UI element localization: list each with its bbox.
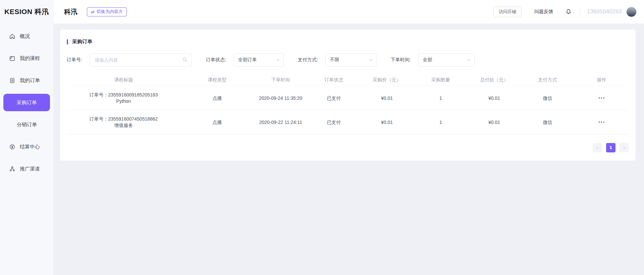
feedback-link[interactable]: 问题反馈 <box>534 9 553 15</box>
table-row: 订单号：2355916007450518862 增值服务 点播 2020-09-… <box>67 110 629 134</box>
sidebar-nav: 概况 我的课程 我的订单 采购订单 分销订单 结算中心 <box>0 23 53 180</box>
cell-purchase-price: ¥0.01 <box>360 119 414 126</box>
row-actions-button[interactable]: ··· <box>598 121 605 124</box>
cell-pay-method: 微信 <box>521 119 574 126</box>
column-header: 总付款（元） <box>468 76 521 83</box>
table-header-row: 课程标题 课程类型 下单时间 订单状态 采购价（元） 采购数量 总付款（元） 支… <box>67 73 629 86</box>
switch-role-button[interactable]: ⇄ 切换为内容方 <box>87 7 127 16</box>
order-list-icon <box>9 77 15 84</box>
pay-method-label: 支付方式: <box>298 57 318 63</box>
title-accent-bar <box>67 39 68 45</box>
pay-method-value: 不限 <box>330 57 339 63</box>
column-header: 订单状态 <box>307 76 360 83</box>
page-title: 科汛 <box>64 7 77 16</box>
swap-icon: ⇄ <box>91 9 95 14</box>
avatar[interactable] <box>626 7 637 17</box>
course-icon <box>9 55 15 62</box>
page-number-button[interactable]: 1 <box>606 143 615 152</box>
order-status-select[interactable]: 全部订单 <box>233 53 284 67</box>
column-header: 采购数量 <box>414 76 468 83</box>
pagination: ‹ 1 › <box>67 143 629 161</box>
cell-course-title: 订单号：2355916009185205183 Python <box>67 92 180 105</box>
sidebar: KESION 科汛 概况 我的课程 我的订单 采购订单 分销订单 <box>0 0 54 275</box>
order-time-value: 全部 <box>423 57 432 63</box>
user-phone: 13605040263 <box>587 8 622 15</box>
row-actions-button[interactable]: ··· <box>598 96 605 100</box>
bell-icon[interactable] <box>565 8 572 15</box>
order-no-filter: 订单号: <box>67 53 192 67</box>
column-header: 操作 <box>575 76 629 83</box>
orders-table: 课程标题 课程类型 下单时间 订单状态 采购价（元） 采购数量 总付款（元） 支… <box>67 73 629 134</box>
order-no-search-box <box>90 53 192 67</box>
purchase-orders-card: 采购订单 订单号: 订单状态: 全部订单 <box>60 29 636 161</box>
cell-quantity: 1 <box>414 119 468 126</box>
settlement-yuan-icon <box>9 143 15 150</box>
header-divider <box>580 8 580 16</box>
cell-course-title: 订单号：2355916007450518862 增值服务 <box>67 116 180 129</box>
filter-bar: 订单号: 订单状态: 全部订单 <box>67 53 629 67</box>
section-title: 采购订单 <box>72 39 92 45</box>
cell-quantity: 1 <box>414 95 468 101</box>
order-time-filter: 下单时间: 全部 <box>391 53 475 67</box>
order-number: 订单号：2355916007450518862 <box>67 116 180 122</box>
order-no-input[interactable] <box>90 53 192 67</box>
share-nodes-icon <box>9 165 15 172</box>
next-page-button[interactable]: › <box>620 143 629 152</box>
content-area: 采购订单 订单号: 订单状态: 全部订单 <box>54 23 644 275</box>
order-time-label: 下单时间: <box>391 57 411 63</box>
cell-total-payment: ¥0.01 <box>468 119 521 126</box>
sidebar-item-label: 我的订单 <box>20 77 40 84</box>
cell-order-time: 2020-09-22 11:24:11 <box>254 119 307 126</box>
column-header: 采购价（元） <box>360 76 414 83</box>
sidebar-item-promotion-channels[interactable]: 推广渠道 <box>0 158 53 180</box>
order-status-filter: 订单状态: 全部订单 <box>206 53 284 67</box>
sidebar-item-my-courses[interactable]: 我的课程 <box>0 47 53 69</box>
cell-order-time: 2020-09-24 11:35:20 <box>254 95 307 101</box>
sidebar-item-label: 推广渠道 <box>20 166 40 172</box>
column-header: 课程类型 <box>180 76 254 83</box>
sidebar-item-distribution-orders[interactable]: 分销订单 <box>0 114 53 136</box>
sidebar-item-label: 概况 <box>20 33 30 40</box>
pay-method-filter: 支付方式: 不限 <box>298 53 377 67</box>
chevron-down-icon <box>276 58 280 62</box>
cell-order-status: 已支付 <box>307 95 360 101</box>
order-status-value: 全部订单 <box>238 57 257 63</box>
cell-course-type: 点播 <box>180 95 254 101</box>
course-name: 增值服务 <box>67 122 180 129</box>
cell-course-type: 点播 <box>180 119 254 126</box>
sidebar-item-my-orders[interactable]: 我的订单 <box>0 69 53 91</box>
cell-order-status: 已支付 <box>307 119 360 126</box>
cell-pay-method: 微信 <box>521 95 574 101</box>
sidebar-item-purchase-orders[interactable]: 采购订单 <box>3 94 50 111</box>
search-icon <box>182 57 188 63</box>
sidebar-item-label: 采购订单 <box>17 99 37 106</box>
cell-purchase-price: ¥0.01 <box>360 95 414 101</box>
visit-shop-button[interactable]: 访问店铺 <box>493 7 522 17</box>
sidebar-item-settlement-center[interactable]: 结算中心 <box>0 136 53 158</box>
home-icon <box>9 33 15 40</box>
order-number: 订单号：2355916009185205183 <box>67 92 180 98</box>
logo: KESION 科汛 <box>0 0 53 23</box>
section-header: 采购订单 <box>67 29 629 45</box>
column-header: 课程标题 <box>67 76 180 83</box>
sidebar-item-label: 分销订单 <box>17 122 37 128</box>
sidebar-item-overview[interactable]: 概况 <box>0 25 53 47</box>
order-no-label: 订单号: <box>67 57 82 63</box>
column-header: 支付方式 <box>521 76 574 83</box>
prev-page-button[interactable]: ‹ <box>593 143 602 152</box>
course-name: Python <box>67 98 180 105</box>
sidebar-item-label: 我的课程 <box>20 55 40 62</box>
table-row: 订单号：2355916009185205183 Python 点播 2020-0… <box>67 86 629 110</box>
pay-method-select[interactable]: 不限 <box>325 53 377 67</box>
top-header: 科汛 ⇄ 切换为内容方 访问店铺 问题反馈 13605040263 <box>54 0 644 23</box>
sidebar-item-label: 结算中心 <box>20 144 40 150</box>
switch-role-label: 切换为内容方 <box>97 9 123 15</box>
order-status-label: 订单状态: <box>206 57 226 63</box>
column-header: 下单时间 <box>254 76 307 83</box>
chevron-down-icon <box>369 58 373 62</box>
chevron-down-icon <box>467 58 471 62</box>
order-time-select[interactable]: 全部 <box>418 53 475 67</box>
cell-total-payment: ¥0.01 <box>468 95 521 101</box>
